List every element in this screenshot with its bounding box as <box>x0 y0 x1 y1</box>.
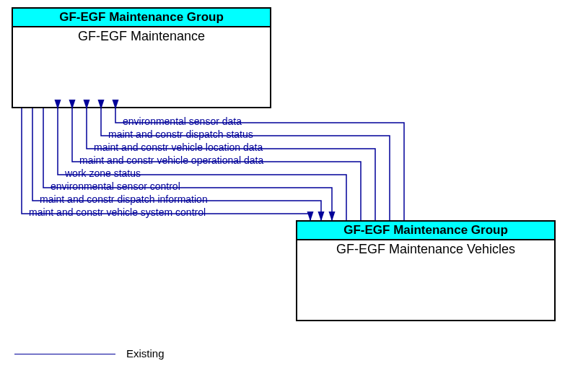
flow-label: work zone status <box>65 167 141 179</box>
flow-label: maint and constr dispatch information <box>40 193 208 205</box>
flow-label: maint and constr vehicle operational dat… <box>79 154 263 166</box>
entity-box-vehicles: GF-EGF Maintenance Group GF-EGF Maintena… <box>296 220 556 321</box>
flow-label: environmental sensor control <box>51 180 180 192</box>
flow-label: maint and constr vehicle location data <box>94 141 263 153</box>
entity-header: GF-EGF Maintenance Group <box>297 222 554 240</box>
legend-line-existing <box>14 354 115 354</box>
flow-label: environmental sensor data <box>123 116 242 127</box>
entity-box-maintenance: GF-EGF Maintenance Group GF-EGF Maintena… <box>12 7 271 108</box>
entity-subtitle: GF-EGF Maintenance Vehicles <box>297 240 554 258</box>
flow-label: maint and constr dispatch status <box>108 129 253 140</box>
entity-header: GF-EGF Maintenance Group <box>13 9 270 27</box>
legend-label-existing: Existing <box>126 347 165 360</box>
entity-subtitle: GF-EGF Maintenance <box>13 27 270 45</box>
flow-label: maint and constr vehicle system control <box>29 206 206 218</box>
